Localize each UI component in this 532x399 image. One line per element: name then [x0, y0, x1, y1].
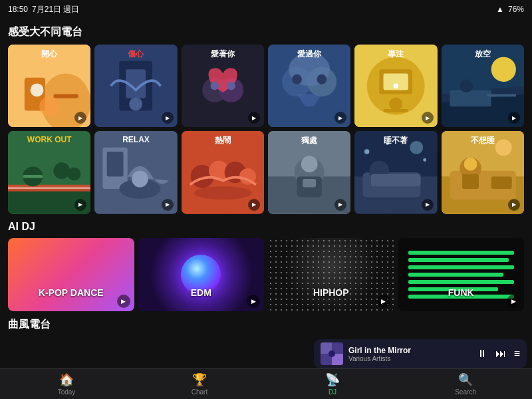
svg-rect-4: [53, 94, 78, 98]
search-icon: 🔍: [458, 372, 473, 387]
play-btn-hiphop[interactable]: ▶: [377, 295, 390, 308]
tab-chart[interactable]: 🏆 Chart: [133, 370, 266, 398]
main-content: 感受大不同電台 開心 ▶ 傷心 ▶: [0, 19, 532, 359]
tab-search-label: Search: [455, 388, 476, 396]
dj-label-hiphop: HIPHOP: [268, 287, 394, 298]
svg-point-74: [464, 158, 477, 171]
svg-point-53: [194, 187, 251, 200]
svg-point-3: [31, 83, 44, 96]
svg-rect-76: [491, 177, 511, 190]
qufeng-section: 曲風電台: [8, 318, 524, 332]
tab-chart-label: Chart: [192, 388, 207, 396]
card-label-shangxin: 傷心: [94, 49, 177, 60]
dj-card-kpop[interactable]: K-POP DANCE ▶: [8, 238, 134, 311]
tab-today-label: Today: [58, 388, 76, 396]
dj-card-edm[interactable]: EDM ▶: [138, 238, 265, 311]
radio-card-relax[interactable]: RELAX ▶: [94, 131, 177, 213]
svg-rect-75: [462, 174, 479, 189]
play-btn-renao[interactable]: ▶: [248, 199, 260, 211]
card-label-aizhe: 愛著你: [182, 49, 264, 60]
dj-icon: 📡: [325, 372, 340, 387]
svg-point-19: [292, 74, 302, 84]
playlist-button[interactable]: ≡: [514, 348, 520, 360]
now-playing-bar[interactable]: Girl in the Mirror Various Artists ⏸ ⏭ ≡: [314, 339, 527, 368]
dj-card-funk[interactable]: FUNK ▶: [398, 238, 525, 311]
card-label-shuibuzhe: 睡不著: [354, 135, 437, 146]
playback-controls: ⏸ ⏭ ≡: [477, 348, 520, 360]
svg-point-47: [132, 171, 148, 188]
play-btn-buxiangshu[interactable]: ▶: [508, 199, 520, 211]
main-section-title: 感受大不同電台: [8, 25, 524, 39]
svg-point-27: [394, 83, 398, 88]
svg-rect-38: [8, 188, 90, 189]
play-btn-relax[interactable]: ▶: [162, 199, 174, 211]
svg-point-14: [227, 82, 235, 90]
radio-grid: 開心 ▶ 傷心 ▶ 愛著你: [8, 45, 524, 214]
pause-button[interactable]: ⏸: [477, 348, 487, 360]
play-btn-workout[interactable]: ▶: [74, 199, 86, 211]
svg-point-41: [53, 163, 70, 180]
play-btn-zhuanzhu[interactable]: ▶: [422, 112, 434, 124]
svg-point-57: [301, 156, 318, 173]
play-btn-edm[interactable]: ▶: [247, 295, 260, 308]
card-label-kaixin: 開心: [8, 49, 90, 60]
card-label-zhuanzhu: 專注: [354, 49, 437, 60]
dj-card-hiphop[interactable]: HIPHOP ▶: [268, 238, 394, 311]
dj-label-funk: FUNK: [398, 287, 525, 298]
play-btn-shuibuzhe[interactable]: ▶: [422, 199, 434, 211]
card-label-fangkong: 放空: [442, 49, 524, 60]
tab-dj[interactable]: 📡 DJ: [266, 370, 399, 398]
svg-point-9: [130, 98, 143, 111]
status-date: 7月21日 週日: [32, 4, 79, 15]
radio-card-workout[interactable]: WORK OUT ▶: [8, 131, 90, 213]
chart-icon: 🏆: [192, 372, 207, 387]
svg-point-25: [390, 98, 403, 111]
svg-rect-45: [107, 152, 124, 176]
svg-rect-34: [487, 94, 516, 97]
radio-card-aiguo[interactable]: 愛過你 ▶: [268, 45, 350, 127]
svg-point-42: [68, 168, 81, 181]
status-bar: 18:50 7月21日 週日 ▲ 76%: [0, 0, 532, 19]
card-label-duju: 獨處: [268, 135, 350, 146]
tab-search[interactable]: 🔍 Search: [399, 370, 532, 398]
dj-label-kpop: K-POP DANCE: [8, 287, 134, 298]
svg-point-13: [210, 82, 218, 90]
play-btn-funk[interactable]: ▶: [507, 295, 520, 308]
radio-card-fangkong[interactable]: 放空 ▶: [442, 45, 524, 127]
track-info: Girl in the Mirror Various Artists: [348, 346, 471, 362]
card-label-relax: RELAX: [94, 135, 177, 144]
tab-dj-label: DJ: [329, 388, 336, 396]
radio-card-shuibuzhe[interactable]: 睡不著 ▶: [354, 131, 437, 213]
svg-point-80: [329, 350, 335, 357]
qufeng-title: 曲風電台: [8, 318, 524, 332]
wifi-icon: ▲: [496, 5, 504, 14]
play-btn-kpop[interactable]: ▶: [117, 295, 130, 308]
play-btn-duju[interactable]: ▶: [334, 199, 346, 211]
home-icon: 🏠: [59, 372, 74, 387]
tab-bar: 🏠 Today 🏆 Chart 📡 DJ 🔍 Search: [0, 368, 532, 399]
next-button[interactable]: ⏭: [495, 348, 506, 360]
ai-dj-grid: K-POP DANCE ▶ EDM ▶ HIPHOP ▶: [8, 238, 524, 311]
radio-card-kaixin[interactable]: 開心 ▶: [8, 45, 90, 127]
track-artist: Various Artists: [348, 355, 471, 362]
radio-card-zhuanzhu[interactable]: 專注 ▶: [354, 45, 437, 127]
battery-status: 76%: [508, 5, 524, 14]
play-btn-shangxin[interactable]: ▶: [162, 112, 174, 124]
card-label-buxiangshu: 不想睡: [442, 135, 524, 146]
radio-card-renao[interactable]: 熱鬧 ▶: [182, 131, 264, 213]
card-label-renao: 熱鬧: [182, 135, 264, 146]
radio-card-aizhe[interactable]: 愛著你 ▶: [182, 45, 264, 127]
tab-today[interactable]: 🏠 Today: [0, 370, 133, 398]
svg-point-20: [317, 74, 327, 84]
track-title: Girl in the Mirror: [348, 346, 471, 355]
radio-card-shangxin[interactable]: 傷心 ▶: [94, 45, 177, 127]
radio-card-duju[interactable]: 獨處 ▶: [268, 131, 350, 213]
svg-point-63: [364, 150, 369, 154]
card-label-aiguo: 愛過你: [268, 49, 350, 60]
svg-rect-26: [384, 109, 408, 112]
radio-card-buxiangshu[interactable]: 不想睡 ▶: [442, 131, 524, 213]
album-art: [321, 342, 343, 365]
hiphop-dots-bg: [268, 238, 394, 311]
status-time: 18:50: [8, 5, 28, 14]
ai-dj-title: AI DJ: [8, 221, 524, 233]
